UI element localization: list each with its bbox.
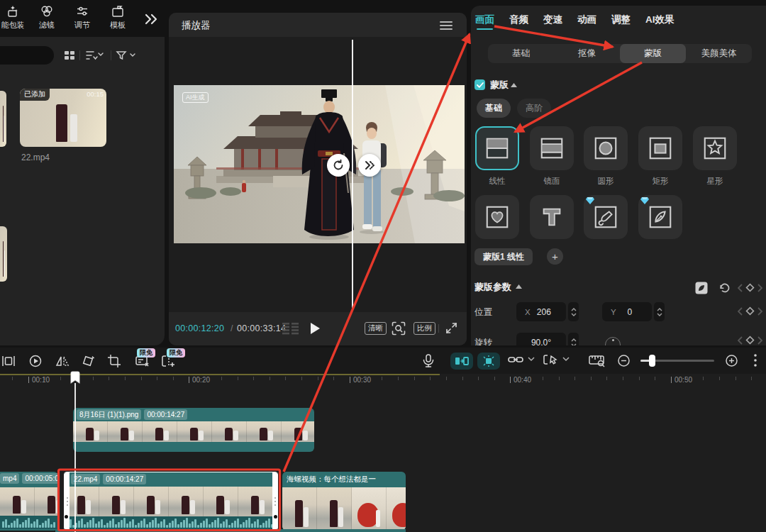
- player-menu-icon[interactable]: [440, 21, 453, 30]
- focus-zoom-icon[interactable]: [392, 321, 406, 336]
- record-voiceover-icon[interactable]: [421, 353, 435, 368]
- main-clip-hailuo[interactable]: 海螺视频：每个想法都是一: [282, 472, 406, 531]
- rotation-stepper[interactable]: [568, 333, 579, 345]
- tab-adjust[interactable]: 调整: [611, 13, 631, 30]
- frame-list-icon[interactable]: [282, 323, 299, 335]
- trim-handle-left[interactable]: [65, 472, 70, 530]
- inspector-tabs: 画面 音频 变速 动画 调整 AI效果: [475, 13, 675, 30]
- mask-invert-button[interactable]: [695, 282, 708, 294]
- mask-feather-button[interactable]: [358, 154, 381, 177]
- timeline-zoom-slider-handle[interactable]: [649, 355, 655, 367]
- next-track-clip-edge: [55, 529, 406, 532]
- next-keyframe-icon[interactable]: [757, 284, 762, 292]
- mirror-icon[interactable]: [55, 354, 70, 368]
- main-clip-22mp4-selected[interactable]: 22.mp4 00:00:14:27: [64, 472, 278, 531]
- mask-shape-star[interactable]: [693, 126, 737, 170]
- linear-mask-line[interactable]: [352, 40, 353, 311]
- subtab-mask[interactable]: 蒙版: [620, 44, 686, 63]
- freeze-frame-icon[interactable]: [28, 354, 43, 368]
- playhead-line: [74, 383, 76, 532]
- fade-handle-right[interactable]: [272, 514, 278, 520]
- rotation-dial[interactable]: [605, 337, 621, 345]
- add-keyframe-icon[interactable]: [745, 336, 755, 345]
- zoom-out-icon[interactable]: [617, 354, 631, 367]
- active-mask-chip[interactable]: 蒙版1 线性: [474, 248, 533, 265]
- mask-shape-text[interactable]: [530, 195, 574, 239]
- mask-shape-brush[interactable]: [584, 195, 628, 239]
- toolbar-item-adjust[interactable]: 调节: [68, 4, 96, 31]
- mask-shape-rectangle[interactable]: [638, 126, 682, 170]
- position-x-field[interactable]: X 206: [516, 302, 566, 321]
- timeline-scale-preview-icon[interactable]: [589, 354, 606, 367]
- subtab-cutout[interactable]: 抠像: [554, 44, 620, 63]
- subtab-basic[interactable]: 基础: [488, 44, 554, 63]
- preview-strip-icon[interactable]: [1, 354, 16, 368]
- main-clip-left[interactable]: mp4 00:00:05:02: [0, 472, 58, 531]
- fullscreen-icon[interactable]: [445, 322, 457, 334]
- mask-shape-circle[interactable]: [584, 126, 628, 170]
- position-y-stepper[interactable]: [654, 302, 665, 321]
- add-mask-button[interactable]: +: [547, 248, 563, 265]
- zoom-in-icon[interactable]: [725, 354, 738, 367]
- mask-enabled-checkbox[interactable]: [474, 79, 485, 90]
- filter-button[interactable]: [116, 50, 137, 61]
- tab-ai-effects[interactable]: AI效果: [645, 13, 675, 30]
- media-thumbnail-partial[interactable]: [0, 91, 6, 147]
- crop-icon[interactable]: [107, 354, 121, 368]
- mirror-mask-icon: [538, 135, 565, 162]
- ratio-button[interactable]: 比例: [413, 322, 435, 335]
- axis-y-label: Y: [611, 308, 616, 316]
- grid-view-button[interactable]: [64, 50, 75, 61]
- play-button[interactable]: [310, 322, 321, 335]
- mask-shape-pen[interactable]: [638, 195, 682, 239]
- current-timecode: 00:00:12:20: [175, 323, 224, 333]
- toolbar-item-template[interactable]: 模板: [104, 4, 132, 31]
- mask-shape-heart[interactable]: [475, 195, 519, 239]
- rotate-icon[interactable]: [81, 354, 95, 368]
- tab-picture[interactable]: 画面: [475, 13, 494, 30]
- link-dropdown-chevron-icon[interactable]: [528, 357, 535, 362]
- prev-keyframe-icon[interactable]: [738, 284, 743, 292]
- auto-ripple-toggle[interactable]: [477, 353, 500, 370]
- position-y-field[interactable]: Y 0: [602, 302, 652, 321]
- magnetic-snap-toggle[interactable]: [450, 353, 473, 370]
- toolbar-item-filters[interactable]: 滤镜: [33, 4, 61, 31]
- rotation-field[interactable]: 90.0°: [516, 333, 566, 345]
- overlay-clip-png[interactable]: 8月16日 (1)(1).png 00:00:14:27: [73, 408, 314, 452]
- mask-rotate-button[interactable]: [327, 154, 350, 177]
- next-keyframe-icon[interactable]: [757, 336, 762, 345]
- mask-shape-mirror[interactable]: [530, 126, 574, 170]
- select-tool-icon[interactable]: [543, 354, 559, 367]
- link-clips-icon[interactable]: [508, 355, 525, 365]
- prev-keyframe-icon[interactable]: [738, 307, 743, 316]
- mask-shape-linear[interactable]: [475, 126, 519, 170]
- params-collapse-caret-icon[interactable]: [516, 284, 522, 289]
- prev-keyframe-icon[interactable]: [738, 336, 743, 345]
- more-options-icon[interactable]: [753, 353, 757, 367]
- mask-mode-advanced[interactable]: 高阶: [517, 99, 551, 118]
- trim-handle-right[interactable]: [272, 472, 277, 530]
- tab-audio[interactable]: 音频: [509, 13, 528, 30]
- select-dropdown-chevron-icon[interactable]: [562, 357, 570, 362]
- timeline-ruler[interactable]: 00:10 00:20 00:30 00:40 00:50: [0, 374, 766, 387]
- toolbar-expand-button[interactable]: [142, 11, 160, 27]
- tab-speed[interactable]: 变速: [543, 13, 562, 30]
- add-keyframe-icon[interactable]: [745, 283, 755, 292]
- add-keyframe-icon[interactable]: [745, 306, 755, 316]
- clarity-button[interactable]: 清晰: [365, 322, 387, 335]
- mask-mode-basic[interactable]: 基础: [477, 99, 511, 118]
- search-input[interactable]: [0, 46, 54, 65]
- toolbar-item-smart-package[interactable]: 能包装: [0, 4, 27, 31]
- tab-animation[interactable]: 动画: [577, 13, 596, 30]
- media-thumbnail-22mp4[interactable]: 已添加 00:15: [20, 89, 106, 147]
- playhead-handle[interactable]: [70, 371, 80, 385]
- collapse-caret-icon[interactable]: [511, 83, 517, 87]
- video-canvas[interactable]: AI生成: [174, 85, 465, 243]
- sort-button[interactable]: [85, 50, 105, 61]
- media-thumbnail-partial[interactable]: [0, 226, 7, 282]
- next-keyframe-icon[interactable]: [757, 307, 762, 316]
- position-x-stepper[interactable]: [568, 302, 579, 321]
- reset-params-button[interactable]: [718, 282, 731, 294]
- subtab-beauty[interactable]: 美颜美体: [686, 44, 752, 63]
- thumbnail-duration: 00:15: [87, 90, 104, 98]
